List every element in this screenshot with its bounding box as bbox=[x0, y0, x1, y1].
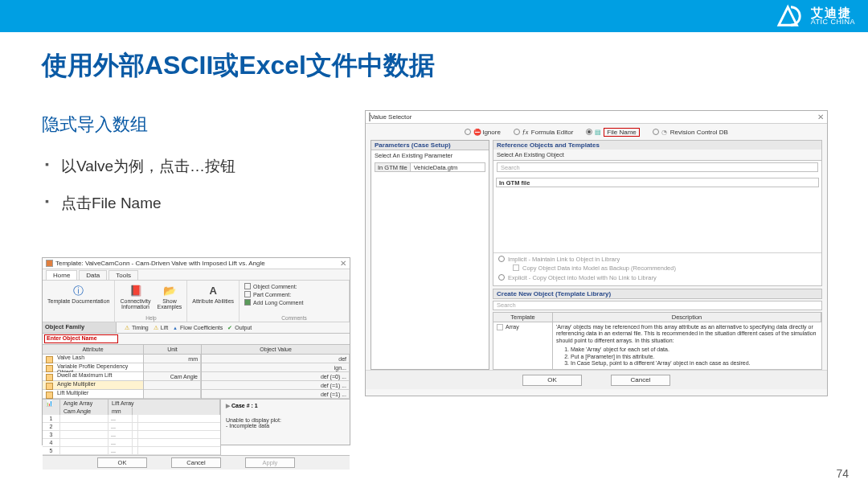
output-check[interactable]: Output bbox=[227, 325, 252, 330]
implicit-option[interactable]: Implicit - Maintain Link to Object in Li… bbox=[498, 256, 817, 263]
tab-angle-array[interactable]: Angle Array bbox=[60, 400, 108, 408]
attr-row[interactable]: Lift Multiplier bbox=[43, 390, 143, 399]
array-icon[interactable]: 📊 bbox=[43, 400, 60, 408]
brand-cn: 艾迪捷 bbox=[811, 6, 855, 18]
window-title: Value Selector bbox=[371, 113, 411, 121]
close-icon[interactable]: ✕ bbox=[817, 113, 824, 121]
backup-check[interactable]: Copy Object Data into Model as Backup (R… bbox=[498, 265, 817, 272]
logo-icon bbox=[776, 4, 806, 28]
parameters-subtitle: Select An Existing Parameter bbox=[371, 150, 489, 161]
top-options: Ignore ƒxFormula Editor File Name Revisi… bbox=[366, 124, 827, 140]
help-group-label: Help bbox=[120, 314, 182, 321]
titlebar: Value Selector ✕ bbox=[366, 111, 827, 124]
top-bar: 艾迪捷 ATIC CHINA bbox=[0, 0, 868, 32]
template-editor-window: Template: ValveCamConn - Cam-Driven Valv… bbox=[42, 257, 350, 445]
cancel-button[interactable]: Cancel bbox=[611, 375, 670, 386]
col-cam-angle: Cam Angle bbox=[60, 408, 108, 415]
template-doc-button[interactable]: ⓘTemplate Documentation bbox=[47, 283, 109, 304]
search-input[interactable]: Search bbox=[497, 162, 818, 172]
template-row-array[interactable]: Array 'Array' objects may be referenced … bbox=[493, 322, 821, 370]
tab-strip: Home Data Tools bbox=[43, 269, 350, 281]
lift-check[interactable]: Lift bbox=[154, 325, 168, 330]
part-comment-row[interactable]: Part Comment: bbox=[244, 291, 344, 297]
attr-row[interactable]: Dwell at Maximum Lift bbox=[43, 372, 143, 381]
unit-cell[interactable] bbox=[144, 381, 201, 389]
parameters-title: Parameters (Case Setup) bbox=[371, 141, 489, 150]
page-number: 74 bbox=[836, 467, 849, 480]
unit-cell[interactable]: Cam Angle bbox=[144, 372, 201, 380]
parameters-pane: Parameters (Case Setup) Select An Existi… bbox=[371, 140, 489, 370]
col-template: Template bbox=[493, 313, 553, 322]
tab-tools[interactable]: Tools bbox=[108, 270, 138, 280]
connectivity-button[interactable]: 📕Connectivity Information bbox=[120, 283, 150, 310]
value-cell[interactable]: def (=1) ... bbox=[202, 381, 350, 389]
attribute-grid: Attribute Valve Lash Variable Profile De… bbox=[43, 345, 350, 399]
col-unit: Unit bbox=[144, 345, 201, 355]
reference-subtitle: Select An Existing Object bbox=[493, 150, 822, 160]
template-table: Template Description Array 'Array' objec… bbox=[493, 312, 822, 371]
reference-pane: Reference Objects and Templates Select A… bbox=[493, 140, 822, 370]
object-name-input[interactable]: Enter Object Name bbox=[44, 334, 118, 343]
add-comment-row[interactable]: Add Long Comment bbox=[244, 299, 344, 306]
template-description: 'Array' objects may be referenced from t… bbox=[553, 322, 821, 370]
value-selector-window: Value Selector ✕ Ignore ƒxFormula Editor… bbox=[365, 110, 828, 396]
gtm-file-row[interactable]: In GTM file VehicleData.gtm bbox=[375, 162, 485, 172]
slide-title: 使用外部ASCII或Excel文件中数据 bbox=[42, 48, 826, 84]
opt-revision[interactable]: Revision Control DB bbox=[653, 129, 728, 136]
comments-group-label: Comments bbox=[244, 314, 344, 321]
reference-title: Reference Objects and Templates bbox=[493, 140, 822, 150]
timing-check[interactable]: Timing bbox=[125, 325, 149, 330]
tab-home[interactable]: Home bbox=[46, 270, 77, 280]
array-icon bbox=[497, 324, 503, 330]
object-family-label: Object Family bbox=[43, 322, 117, 333]
unit-cell[interactable] bbox=[144, 363, 201, 371]
ribbon: ⓘTemplate Documentation 📕Connectivity In… bbox=[43, 281, 350, 322]
attr-row[interactable]: Valve Lash bbox=[43, 355, 143, 363]
col-attribute: Attribute bbox=[43, 345, 143, 355]
brand-en: ATIC CHINA bbox=[811, 18, 855, 26]
apply-button[interactable]: Apply bbox=[245, 457, 295, 468]
explicit-option[interactable]: Explicit - Copy Object into Model with N… bbox=[498, 274, 817, 281]
case-label: Case # : 1 bbox=[226, 403, 345, 409]
plot-error-1: Unable to display plot: bbox=[226, 417, 345, 423]
ok-button[interactable]: OK bbox=[97, 457, 147, 468]
close-icon[interactable]: ✕ bbox=[340, 259, 346, 268]
col-description: Description bbox=[553, 313, 821, 322]
template-search-input[interactable]: Search bbox=[493, 301, 822, 310]
value-cell[interactable]: def bbox=[202, 355, 350, 363]
titlebar: Template: ValveCamConn - Cam-Driven Valv… bbox=[43, 258, 350, 269]
tab-data[interactable]: Data bbox=[79, 270, 107, 280]
object-comment-row[interactable]: Object Comment: bbox=[244, 283, 344, 289]
app-icon bbox=[46, 260, 53, 267]
opt-ignore[interactable]: Ignore bbox=[465, 129, 501, 136]
gtm-tag: In GTM file bbox=[375, 163, 411, 171]
attr-row[interactable]: Angle Multiplier bbox=[43, 381, 143, 390]
window-title: Template: ValveCamConn - Cam-Driven Valv… bbox=[55, 260, 265, 267]
value-cell[interactable]: def (=1) ... bbox=[202, 390, 350, 398]
flow-check[interactable]: Flow Coefficients bbox=[173, 325, 223, 330]
col-value: Object Value bbox=[202, 345, 350, 355]
plot-error-2: - Incomplete data bbox=[226, 423, 345, 429]
value-cell[interactable]: def (=0) ... bbox=[202, 372, 350, 380]
array-table[interactable]: 1... 2... 3... 4... 5... bbox=[43, 415, 220, 455]
attr-row[interactable]: Variable Profile Dependency Object bbox=[43, 363, 143, 372]
plot-panel: Case # : 1 Unable to display plot: - Inc… bbox=[221, 400, 350, 455]
unit-cell[interactable]: mm bbox=[144, 355, 201, 363]
gtm-value: VehicleData.gtm bbox=[411, 164, 458, 171]
ok-button[interactable]: OK bbox=[522, 375, 582, 386]
opt-formula[interactable]: ƒxFormula Editor bbox=[514, 129, 573, 136]
value-cell[interactable]: ign... bbox=[202, 363, 350, 371]
opt-filename[interactable]: File Name bbox=[586, 128, 639, 137]
tab-lift-array[interactable]: Lift Array bbox=[108, 400, 220, 408]
unit-cell[interactable] bbox=[144, 390, 201, 398]
cancel-button[interactable]: Cancel bbox=[171, 457, 221, 468]
show-examples-button[interactable]: 📂Show Examples bbox=[158, 283, 182, 310]
col-mm: mm bbox=[108, 408, 133, 415]
brand-logo: 艾迪捷 ATIC CHINA bbox=[776, 4, 855, 28]
gtm-file-entry[interactable]: In GTM file bbox=[496, 178, 819, 187]
create-new-title: Create New Object (Template Library) bbox=[493, 289, 822, 299]
attribute-abilities-button[interactable]: AAttribute Abilities bbox=[192, 283, 234, 304]
